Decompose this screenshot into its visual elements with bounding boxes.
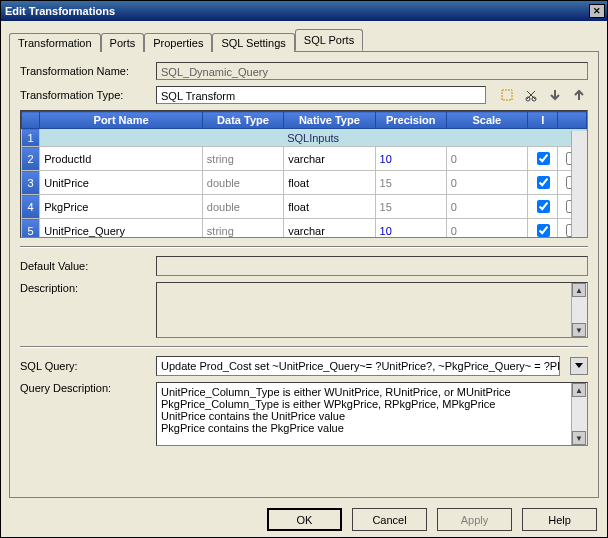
query-description-row: Query Description: UnitPrice_Column_Type… bbox=[20, 382, 588, 446]
col-precision[interactable]: Precision bbox=[375, 112, 446, 129]
tab-panel: Transformation Name: SQL_Dynamic_Query T… bbox=[9, 51, 599, 498]
cell-dtype[interactable]: double bbox=[202, 195, 283, 219]
name-field: SQL_Dynamic_Query bbox=[156, 62, 588, 80]
cell-port[interactable]: UnitPrice_Query bbox=[40, 219, 203, 239]
sql-edit-button[interactable] bbox=[570, 357, 588, 375]
qd-line: PkgPrice contains the PkgPrice value bbox=[161, 422, 569, 434]
close-button[interactable]: ✕ bbox=[589, 4, 605, 18]
move-up-icon[interactable] bbox=[570, 86, 588, 104]
port-toolbar bbox=[492, 86, 588, 104]
table-row[interactable]: 3 UnitPrice double float 15 0 bbox=[22, 171, 587, 195]
sql-query-label: SQL Query: bbox=[20, 360, 150, 372]
dialog-window: Edit Transformations ✕ Transformation Po… bbox=[0, 0, 608, 538]
scroll-up-icon[interactable]: ▲ bbox=[572, 283, 586, 297]
table-row[interactable]: 2 ProductId string varchar 10 0 bbox=[22, 147, 587, 171]
tab-ports[interactable]: Ports bbox=[101, 33, 145, 52]
help-button[interactable]: Help bbox=[522, 508, 597, 531]
cell-i[interactable] bbox=[528, 171, 558, 195]
col-extra[interactable] bbox=[558, 112, 587, 129]
cell-dtype[interactable]: double bbox=[202, 171, 283, 195]
ports-grid[interactable]: Port Name Data Type Native Type Precisio… bbox=[20, 110, 588, 238]
scroll-down-icon[interactable]: ▼ bbox=[572, 431, 586, 445]
cell-i[interactable] bbox=[528, 147, 558, 171]
cell-ntype[interactable]: float bbox=[284, 195, 375, 219]
name-row: Transformation Name: SQL_Dynamic_Query bbox=[20, 62, 588, 80]
tab-properties[interactable]: Properties bbox=[144, 33, 212, 52]
qd-line: PkgPrice_Column_Type is either WPkgPrice… bbox=[161, 398, 569, 410]
divider bbox=[20, 346, 588, 348]
move-down-icon[interactable] bbox=[546, 86, 564, 104]
cell-dtype[interactable]: string bbox=[202, 147, 283, 171]
scrollbar[interactable]: ▲ ▼ bbox=[571, 383, 587, 445]
tab-transformation[interactable]: Transformation bbox=[9, 33, 101, 52]
scroll-up-icon[interactable]: ▲ bbox=[572, 383, 586, 397]
type-row: Transformation Type: SQL Transform bbox=[20, 86, 588, 104]
cell-prec[interactable]: 15 bbox=[375, 195, 446, 219]
cell-port[interactable]: PkgPrice bbox=[40, 195, 203, 219]
sql-query-field[interactable]: Update Prod_Cost set ~UnitPrice_Query~= … bbox=[156, 356, 560, 376]
description-row: Description: ▲ ▼ bbox=[20, 282, 588, 338]
col-data-type[interactable]: Data Type bbox=[202, 112, 283, 129]
table-row[interactable]: 5 UnitPrice_Query string varchar 10 0 bbox=[22, 219, 587, 239]
button-bar: OK Cancel Apply Help bbox=[1, 502, 607, 537]
default-value-field[interactable] bbox=[156, 256, 588, 276]
name-label: Transformation Name: bbox=[20, 65, 150, 77]
apply-button[interactable]: Apply bbox=[437, 508, 512, 531]
header-corner bbox=[22, 112, 40, 129]
grid-scrollbar[interactable] bbox=[571, 131, 587, 237]
qd-line: UnitPrice contains the UnitPrice value bbox=[161, 410, 569, 422]
tab-strip: Transformation Ports Properties SQL Sett… bbox=[9, 29, 599, 51]
cell-scale[interactable]: 0 bbox=[446, 171, 527, 195]
tab-sql-settings[interactable]: SQL Settings bbox=[212, 33, 294, 52]
cell-prec[interactable]: 10 bbox=[375, 219, 446, 239]
cell-port[interactable]: UnitPrice bbox=[40, 171, 203, 195]
col-port-name[interactable]: Port Name bbox=[40, 112, 203, 129]
cell-scale[interactable]: 0 bbox=[446, 219, 527, 239]
cell-ntype[interactable]: varchar bbox=[284, 219, 375, 239]
cell-scale[interactable]: 0 bbox=[446, 147, 527, 171]
default-value-row: Default Value: bbox=[20, 256, 588, 276]
ok-button[interactable]: OK bbox=[267, 508, 342, 531]
cell-prec[interactable]: 15 bbox=[375, 171, 446, 195]
query-description-field[interactable]: UnitPrice_Column_Type is either WUnitPri… bbox=[156, 382, 588, 446]
cell-i[interactable] bbox=[528, 195, 558, 219]
type-label: Transformation Type: bbox=[20, 89, 150, 101]
cell-ntype[interactable]: float bbox=[284, 171, 375, 195]
table-row[interactable]: 4 PkgPrice double float 15 0 bbox=[22, 195, 587, 219]
cell-prec[interactable]: 10 bbox=[375, 147, 446, 171]
cut-icon[interactable] bbox=[522, 86, 540, 104]
titlebar: Edit Transformations ✕ bbox=[1, 1, 607, 21]
cell-dtype[interactable]: string bbox=[202, 219, 283, 239]
default-value-label: Default Value: bbox=[20, 260, 150, 272]
svg-rect-0 bbox=[502, 90, 512, 100]
tab-sql-ports[interactable]: SQL Ports bbox=[295, 29, 363, 51]
sql-query-row: SQL Query: Update Prod_Cost set ~UnitPri… bbox=[20, 356, 588, 376]
content-area: Transformation Ports Properties SQL Sett… bbox=[1, 21, 607, 502]
cell-scale[interactable]: 0 bbox=[446, 195, 527, 219]
description-field[interactable]: ▲ ▼ bbox=[156, 282, 588, 338]
col-native-type[interactable]: Native Type bbox=[284, 112, 375, 129]
scrollbar[interactable]: ▲ ▼ bbox=[571, 283, 587, 337]
cell-port[interactable]: ProductId bbox=[40, 147, 203, 171]
scroll-down-icon[interactable]: ▼ bbox=[572, 323, 586, 337]
col-i[interactable]: I bbox=[528, 112, 558, 129]
divider bbox=[20, 246, 588, 248]
query-description-label: Query Description: bbox=[20, 382, 150, 394]
description-label: Description: bbox=[20, 282, 150, 294]
new-port-icon[interactable] bbox=[498, 86, 516, 104]
qd-line: UnitPrice_Column_Type is either WUnitPri… bbox=[161, 386, 569, 398]
section-row[interactable]: 1 SQLInputs bbox=[22, 129, 587, 147]
type-field: SQL Transform bbox=[156, 86, 486, 104]
cancel-button[interactable]: Cancel bbox=[352, 508, 427, 531]
col-scale[interactable]: Scale bbox=[446, 112, 527, 129]
window-title: Edit Transformations bbox=[5, 5, 115, 17]
chevron-down-icon bbox=[574, 361, 584, 371]
cell-ntype[interactable]: varchar bbox=[284, 147, 375, 171]
cell-i[interactable] bbox=[528, 219, 558, 239]
section-label: SQLInputs bbox=[40, 129, 587, 147]
